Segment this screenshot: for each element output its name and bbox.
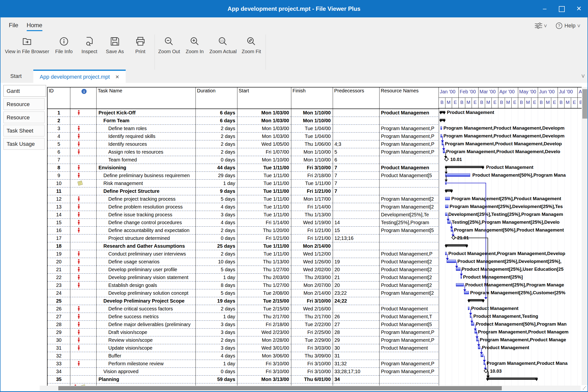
cell-task-name: Define preliminary business requiremen	[96, 172, 196, 180]
cell-task-name: Assign roles to resources	[96, 148, 196, 156]
toolbar-button-print[interactable]: Print	[128, 32, 153, 55]
person-icon	[77, 196, 96, 202]
person-icon	[77, 275, 96, 280]
timeline-month: Jan '00	[438, 88, 458, 98]
toolbar-button-zoom-in[interactable]: Zoom In	[182, 32, 208, 55]
column-header-start[interactable]: Start	[238, 88, 291, 108]
cell-resource-names: Product Management[2	[380, 274, 439, 282]
toolbar-button-save-as[interactable]: Save As	[102, 32, 128, 55]
horizontal-scrollbar-thumb[interactable]	[58, 386, 502, 390]
menu-file[interactable]: File	[9, 22, 18, 30]
cell-duration: 0 days	[196, 368, 238, 376]
cell-resource-names: Development[25%],Te	[380, 211, 439, 219]
timeline-subdivision: M	[465, 98, 472, 108]
gantt-task-bar	[440, 134, 442, 138]
toolbar-button-label: Zoom In	[184, 48, 206, 55]
column-header-duration[interactable]: Duration	[196, 88, 238, 108]
maximize-button[interactable]	[553, 0, 570, 18]
cell-task-name: Establish design goals	[96, 282, 196, 289]
menu-home[interactable]: Home	[27, 22, 42, 31]
column-header-task-name[interactable]: Task Name	[96, 88, 196, 108]
cell-duration: 4 days	[196, 352, 238, 360]
cell-indicator	[70, 132, 96, 140]
gantt-bar-label: Program Management,Product Management,De…	[444, 126, 564, 131]
column-header-predecessors[interactable]: Predecessors	[333, 88, 380, 108]
timeline-subdivision: M	[564, 98, 571, 108]
cell-predecessors: 20	[333, 266, 380, 274]
cell-duration: 6 days	[196, 109, 238, 117]
table-row: 28Define major deliverables (preliminary…	[48, 321, 439, 328]
cell-task-name: Define problem resolution process	[96, 203, 196, 211]
cell-id: 28	[48, 321, 70, 328]
sidebar-item-resource-usage[interactable]: Resource Usage	[4, 112, 44, 123]
resize-grip[interactable]	[582, 386, 586, 390]
cell-task-name: Define team roles	[96, 125, 196, 132]
table-row: 30Review vision/scope2 daysMon 2/28/00Tu…	[48, 336, 439, 344]
timeline-month: A	[578, 88, 582, 98]
document-tab-active[interactable]: App development project.mpt✕	[33, 70, 126, 83]
gantt-task-bar	[445, 174, 470, 177]
timeline-subdivision: E	[571, 98, 578, 108]
cell-task-name: Review vision/scope	[96, 336, 196, 344]
gantt-link-line	[488, 238, 488, 376]
gantt-link-line	[447, 254, 448, 258]
minimize-button[interactable]: –	[536, 0, 553, 18]
close-button[interactable]: ✕	[570, 0, 588, 18]
toolbar-button-file-info[interactable]: File Info	[51, 32, 77, 55]
table-row: 13Define problem resolution process4 day…	[48, 203, 439, 211]
cell-finish: Thu 1/06/00	[291, 140, 333, 148]
view-settings-button[interactable]: ᐯ	[535, 22, 547, 29]
cell-start: Thu 2/03/00	[238, 274, 291, 282]
column-header-resource-names[interactable]: Resource Names	[380, 88, 439, 108]
column-header-finish[interactable]: Finish	[291, 88, 333, 108]
cell-start: Mon 1/03/00	[238, 132, 291, 140]
sidebar-item-task-sheet[interactable]: Task Sheet	[4, 125, 44, 136]
cell-id: 30	[48, 336, 70, 344]
table-row: 21Develop preliminary user profile5 days…	[48, 266, 439, 274]
table-row: 26Define critical success factors2 daysT…	[48, 305, 439, 313]
cell-resource-names	[380, 234, 439, 242]
cell-start: Fri 2/18/00	[238, 321, 291, 328]
gantt-bar-label: Program Management,Product Mana	[486, 361, 568, 366]
timeline-month: Mar '00	[478, 88, 498, 98]
gantt-summary-cap	[535, 378, 538, 381]
toolbar-button-view-in-file-browser[interactable]: View in File Browser	[3, 32, 51, 55]
sliders-icon	[535, 22, 542, 29]
help-button[interactable]: ? Help ᐯ	[556, 22, 580, 29]
sidebar-item-task-usage[interactable]: Task Usage	[4, 138, 44, 150]
cell-task-name: Form Team	[96, 117, 196, 125]
column-header-indicators[interactable]: i	[70, 88, 96, 108]
cell-duration: 44 days	[196, 164, 238, 172]
toolbar-button-inspect[interactable]: Inspect	[77, 32, 102, 55]
vertical-scrollbar-thumb[interactable]	[582, 89, 587, 118]
cell-finish: Mon 2/07/00	[291, 282, 333, 289]
toolbar-button-zoom-out[interactable]: Zoom Out	[156, 32, 182, 55]
person-icon	[77, 228, 96, 233]
column-header-id[interactable]: ID	[48, 88, 70, 108]
document-tab-start[interactable]: Start	[4, 70, 28, 83]
tab-list-chevron-icon[interactable]: ᐯ	[582, 74, 584, 79]
cell-finish: Fri 1/14/00	[291, 203, 333, 211]
table-row: 23Establish design goals8 daysThu 1/27/0…	[48, 282, 439, 289]
person-icon	[77, 134, 96, 139]
person-icon	[77, 330, 96, 335]
chevron-down-icon: ᐯ	[578, 24, 580, 28]
cell-predecessors	[333, 305, 380, 313]
person-icon	[77, 141, 96, 147]
gantt-task-bar	[445, 252, 447, 255]
toolbar-button-zoom-actual[interactable]: 1:1Zoom Actual	[208, 32, 239, 55]
cell-start: Tue 1/11/00	[238, 180, 291, 188]
gantt-task-bar	[474, 330, 477, 334]
cell-start: Mon 1/03/00	[238, 109, 291, 117]
toolbar-button-label: Zoom Fit	[240, 48, 262, 55]
cell-task-name: Vision approved	[96, 368, 196, 376]
sidebar-item-resource-sheet[interactable]: Resource Sheet	[4, 98, 44, 110]
tab-close-icon[interactable]: ✕	[115, 74, 119, 80]
info-circle-icon: i	[81, 88, 87, 94]
cell-finish: Tue 2/22/00	[291, 321, 333, 328]
toolbar-button-zoom-fit[interactable]: Zoom Fit	[239, 32, 264, 55]
gantt-task-bar	[481, 354, 484, 357]
sidebar-item-gantt[interactable]: Gantt	[4, 85, 46, 97]
table-header-row: IDiTask NameDurationStartFinishPredecess…	[47, 87, 439, 109]
gantt-task-bar	[460, 276, 462, 278]
